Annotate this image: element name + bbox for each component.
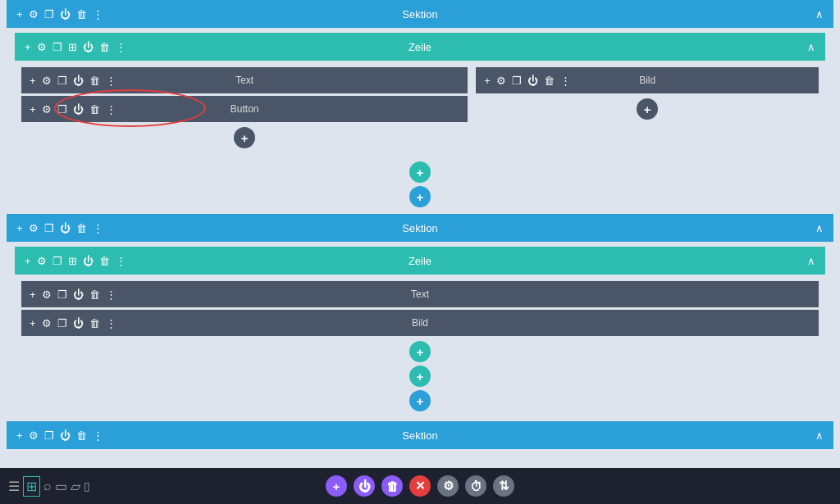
row-1-icons[interactable]: + ⚙ ❐ ⊞ ⏻ 🗑 ⋮ [25,41,126,53]
text2-dots-icon[interactable]: ⋮ [106,288,116,301]
action-order-button[interactable]: ⇅ [493,475,514,497]
toolbar-mobile-icon[interactable]: ▯ [84,479,90,493]
row-2-trash-icon[interactable]: 🗑 [99,255,110,267]
text-copy-icon[interactable]: ❐ [57,75,67,87]
section-3-power-icon[interactable]: ⏻ [60,429,71,442]
section-1-add-row-btn-2[interactable]: + [409,186,431,207]
row-2-add-btn-2[interactable]: + [409,366,431,387]
bild2-dots-icon[interactable]: ⋮ [106,317,116,329]
bild-add-icon[interactable]: + [484,75,491,87]
section-2-copy-icon[interactable]: ❐ [44,222,54,234]
section-1-power-icon[interactable]: ⏻ [60,8,71,20]
row-2-add-btn-3[interactable]: + [409,390,431,411]
text2-add-icon[interactable]: + [30,288,36,301]
action-power-button[interactable]: ⏻ [354,475,375,497]
button-copy-icon[interactable]: ❐ [57,103,67,116]
section-2-trash-icon[interactable]: 🗑 [76,222,87,234]
action-delete-button[interactable]: 🗑 [381,475,403,497]
section-2-icons[interactable]: + ⚙ ❐ ⏻ 🗑 ⋮ [16,222,103,234]
button-add-icon[interactable]: + [30,103,36,116]
row-2-add-icon[interactable]: + [25,255,31,267]
row-2-power-icon[interactable]: ⏻ [83,255,94,267]
button-trash-icon[interactable]: 🗑 [89,103,100,116]
text2-trash-icon[interactable]: 🗑 [89,288,100,301]
button-dots-icon[interactable]: ⋮ [106,103,116,116]
row-1-gear-icon[interactable]: ⚙ [37,41,47,53]
row-1-dots-icon[interactable]: ⋮ [116,41,126,53]
row-1-copy-icon[interactable]: ❐ [52,41,62,53]
action-settings-button[interactable]: ⚙ [437,475,459,497]
section-2-power-icon[interactable]: ⏻ [60,222,71,234]
section-3-add-icon[interactable]: + [16,429,23,442]
section-2-dots-icon[interactable]: ⋮ [93,222,103,234]
bild-trash-icon[interactable]: 🗑 [544,75,555,87]
text-trash-icon[interactable]: 🗑 [89,75,100,87]
row-1-title: Zeile [409,41,431,53]
toolbar-search-icon[interactable]: ⌕ [43,479,52,493]
row-2-grid-icon[interactable]: ⊞ [68,255,77,267]
bild2-trash-icon[interactable]: 🗑 [89,317,100,329]
text2-copy-icon[interactable]: ❐ [57,288,67,301]
text2-icons[interactable]: + ⚙ ❐ ⏻ 🗑 ⋮ [30,288,116,301]
bild2-gear-icon[interactable]: ⚙ [42,317,52,329]
section-3-dots-icon[interactable]: ⋮ [93,429,103,442]
section-1-dots-icon[interactable]: ⋮ [93,8,103,20]
button-power-icon[interactable]: ⏻ [73,103,84,116]
button-icons[interactable]: + ⚙ ❐ ⏻ 🗑 ⋮ [30,103,116,116]
action-buttons[interactable]: + ⏻ 🗑 ✕ ⚙ ⏱ ⇅ [326,475,514,497]
toolbar-menu-icon[interactable]: ☰ [8,479,20,494]
action-timer-button[interactable]: ⏱ [465,475,486,497]
row-2-icons[interactable]: + ⚙ ❐ ⊞ ⏻ 🗑 ⋮ [25,255,126,267]
text2-gear-icon[interactable]: ⚙ [42,288,52,301]
row-1-add-icon[interactable]: + [25,41,31,53]
section-3-gear-icon[interactable]: ⚙ [29,429,39,442]
section-3-trash-icon[interactable]: 🗑 [76,429,87,442]
toolbar-desktop-icon[interactable]: ▭ [55,479,67,494]
section-1-add-row-btn-1[interactable]: + [409,161,431,183]
text-add-icon[interactable]: + [30,75,36,87]
section-1-gear-icon[interactable]: ⚙ [29,8,39,20]
section-3-icons[interactable]: + ⚙ ❐ ⏻ 🗑 ⋮ [16,429,103,442]
row-1-power-icon[interactable]: ⏻ [83,41,94,53]
section-1-icons[interactable]: + ⚙ ❐ ⏻ 🗑 ⋮ [16,8,103,20]
text-gear-icon[interactable]: ⚙ [42,75,52,87]
section-2-gear-icon[interactable]: ⚙ [29,222,39,234]
text-power-icon[interactable]: ⏻ [73,75,84,87]
button-gear-icon[interactable]: ⚙ [42,103,52,116]
section-1-trash-icon[interactable]: 🗑 [76,8,87,20]
bild-gear-icon[interactable]: ⚙ [496,75,506,87]
row-1-trash-icon[interactable]: 🗑 [99,41,110,53]
section-3-copy-icon[interactable]: ❐ [44,429,54,442]
section-1-collapse-icon[interactable]: ∧ [815,8,824,20]
text-icons[interactable]: + ⚙ ❐ ⏻ 🗑 ⋮ [30,75,116,87]
section-1-copy-icon[interactable]: ❐ [44,8,54,20]
bild2-icons[interactable]: + ⚙ ❐ ⏻ 🗑 ⋮ [30,317,116,329]
action-close-button[interactable]: ✕ [409,475,431,497]
bild-icons[interactable]: + ⚙ ❐ ⏻ 🗑 ⋮ [484,75,571,87]
bild2-power-icon[interactable]: ⏻ [73,317,84,329]
col-left-add-button[interactable]: + [234,127,255,148]
section-2-collapse-icon[interactable]: ∧ [815,222,824,234]
section-3-collapse-icon[interactable]: ∧ [815,429,824,442]
row-2-add-btn-1[interactable]: + [409,341,431,362]
toolbar-tablet-icon[interactable]: ▱ [71,479,80,494]
toolbar-view-icons[interactable]: ☰ ⊞ ⌕ ▭ ▱ ▯ [0,476,98,497]
text2-power-icon[interactable]: ⏻ [73,288,84,301]
row-1-grid-icon[interactable]: ⊞ [68,41,77,53]
bild-dots-icon[interactable]: ⋮ [560,75,571,87]
bild2-add-icon[interactable]: + [30,317,36,329]
col-right-add-button[interactable]: + [637,98,658,120]
row-2-copy-icon[interactable]: ❐ [52,255,62,267]
bild2-copy-icon[interactable]: ❐ [57,317,67,329]
bild-power-icon[interactable]: ⏻ [527,75,538,87]
bild-copy-icon[interactable]: ❐ [512,75,522,87]
toolbar-grid-icon[interactable]: ⊞ [23,476,40,497]
row-1-collapse-icon[interactable]: ∧ [807,41,815,53]
section-2-add-icon[interactable]: + [16,222,23,234]
text-dots-icon[interactable]: ⋮ [106,75,116,87]
row-2-gear-icon[interactable]: ⚙ [37,255,47,267]
action-add-button[interactable]: + [326,475,347,497]
row-2-collapse-icon[interactable]: ∧ [807,255,815,267]
section-1-add-icon[interactable]: + [16,8,23,20]
row-2-dots-icon[interactable]: ⋮ [116,255,126,267]
